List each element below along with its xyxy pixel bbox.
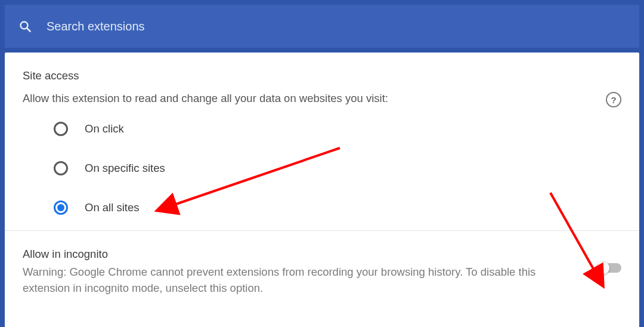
radio-label: On all sites (85, 201, 140, 214)
site-access-description: Allow this extension to read and change … (23, 91, 388, 107)
svg-line-1 (27, 28, 30, 31)
toggle-knob (596, 261, 609, 274)
search-input[interactable] (47, 20, 626, 33)
settings-panel: Site access Allow this extension to read… (5, 53, 639, 327)
help-icon[interactable]: ? (606, 92, 621, 107)
radio-icon (54, 122, 68, 136)
incognito-toggle[interactable] (597, 263, 621, 273)
radio-icon (54, 200, 68, 215)
search-bar (5, 5, 639, 48)
incognito-title: Allow in incognito (23, 248, 583, 261)
radio-on-all-sites[interactable]: On all sites (54, 200, 621, 215)
radio-on-specific-sites[interactable]: On specific sites (54, 161, 621, 175)
incognito-warning: Warning: Google Chrome cannot prevent ex… (23, 264, 583, 297)
site-access-radio-group: On click On specific sites On all sites (23, 122, 621, 215)
site-access-section: Site access Allow this extension to read… (5, 53, 639, 230)
incognito-section: Allow in incognito Warning: Google Chrom… (5, 230, 639, 312)
radio-label: On click (85, 122, 124, 135)
search-icon (18, 19, 32, 33)
radio-icon (54, 161, 68, 175)
radio-on-click[interactable]: On click (54, 122, 621, 136)
site-access-title: Site access (23, 69, 621, 82)
radio-label: On specific sites (85, 162, 165, 175)
